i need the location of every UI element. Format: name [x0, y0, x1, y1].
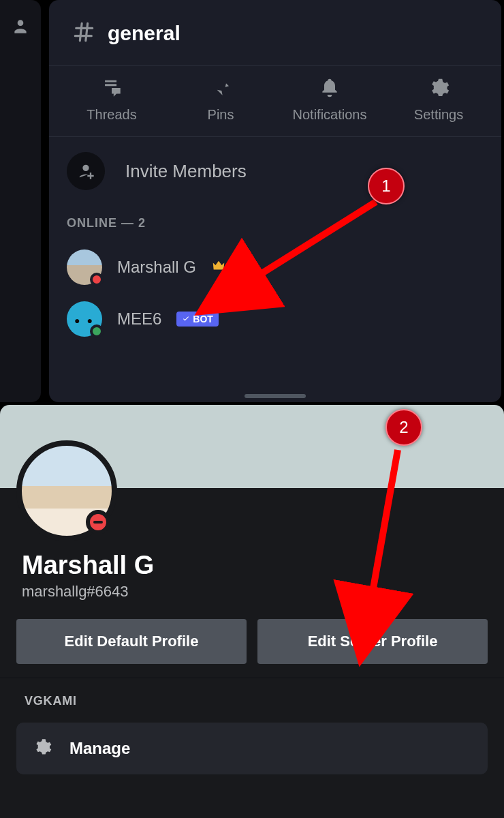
- bot-badge: BOT: [176, 312, 219, 327]
- invite-label: Invite Members: [125, 161, 247, 182]
- profile-avatar[interactable]: [16, 440, 117, 541]
- settings-label: Settings: [414, 107, 463, 123]
- gear-icon: [33, 738, 52, 759]
- edit-server-profile-button[interactable]: Edit Server Profile: [257, 619, 488, 664]
- pin-icon: [210, 76, 232, 100]
- pins-label: Pins: [208, 107, 234, 123]
- threads-icon: [100, 76, 123, 100]
- hashtag-icon: [72, 20, 95, 46]
- invite-members-button[interactable]: Invite Members: [49, 137, 501, 205]
- server-list-sliver: [0, 0, 41, 402]
- bell-icon: [319, 76, 341, 100]
- edit-default-profile-button[interactable]: Edit Default Profile: [16, 619, 247, 664]
- members-icon: [12, 17, 29, 39]
- profile-identity: Marshall G marshallg#6643: [22, 551, 154, 601]
- divider: [0, 678, 504, 678]
- status-online-icon: [90, 324, 104, 338]
- home-indicator: [245, 394, 306, 398]
- pins-button[interactable]: Pins: [166, 76, 275, 123]
- profile-button-row: Edit Default Profile Edit Server Profile: [16, 619, 488, 664]
- profile-tag: marshallg#6643: [22, 583, 154, 601]
- status-dnd-icon: [86, 510, 110, 534]
- channel-header: general: [49, 20, 501, 65]
- profile-sheet: Marshall G marshallg#6643 Edit Default P…: [0, 405, 504, 818]
- online-section-label: ONLINE — 2: [49, 205, 501, 243]
- notifications-button[interactable]: Notifications: [275, 76, 384, 123]
- invite-icon: [67, 152, 105, 190]
- settings-button[interactable]: Settings: [384, 76, 493, 123]
- server-section-label: VGKAMI: [25, 694, 77, 708]
- member-name: Marshall G: [117, 258, 196, 277]
- threads-label: Threads: [86, 107, 136, 123]
- gear-icon: [428, 76, 450, 100]
- crown-icon: [211, 258, 226, 277]
- profile-display-name: Marshall G: [22, 551, 154, 580]
- avatar: [67, 249, 102, 285]
- channel-toolbar: Threads Pins Notifications Settings: [49, 65, 501, 137]
- member-row-mee6[interactable]: ● ● MEE6 BOT: [49, 294, 501, 346]
- member-name: MEE6: [117, 309, 161, 329]
- manage-button[interactable]: Manage: [16, 723, 488, 774]
- channel-name: general: [108, 22, 180, 45]
- manage-label: Manage: [69, 739, 130, 758]
- channel-members-panel: general Threads Pins Notifications Setti…: [49, 0, 501, 402]
- bot-badge-text: BOT: [193, 314, 213, 324]
- notifications-label: Notifications: [293, 107, 367, 123]
- avatar: ● ●: [67, 301, 102, 337]
- status-dnd-icon: [90, 273, 104, 286]
- threads-button[interactable]: Threads: [57, 76, 166, 123]
- member-row-marshall[interactable]: Marshall G: [49, 243, 501, 294]
